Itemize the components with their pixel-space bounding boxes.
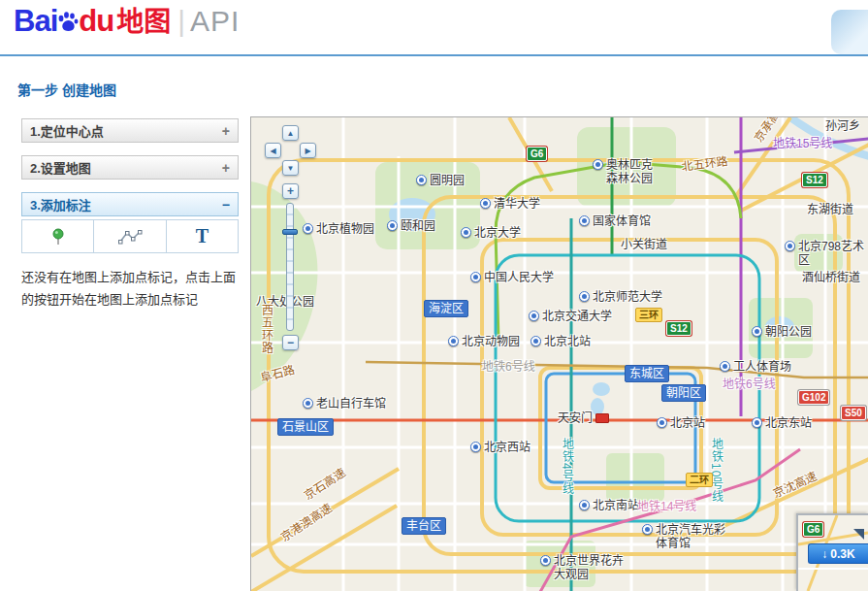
map-label-poi: 北京师范大学 bbox=[579, 290, 662, 304]
pan-up-button[interactable]: ▲ bbox=[282, 125, 299, 141]
map-label-poi: 北京汽车光彩 体育馆 bbox=[642, 523, 725, 551]
logo-du: du bbox=[79, 6, 113, 36]
map-label-poi: 奥林匹克 森林公园 bbox=[593, 158, 653, 186]
map-label-district: 朝阳区 bbox=[661, 384, 706, 402]
poi-icon bbox=[416, 175, 427, 185]
logo-bai: Bai bbox=[14, 6, 57, 36]
poi-icon bbox=[540, 555, 551, 566]
logo-api: API bbox=[190, 7, 240, 36]
download-arrow-icon: ↓ bbox=[821, 547, 827, 561]
panel-add-markers-label: 3.添加标注 bbox=[30, 195, 91, 213]
add-polyline-button[interactable] bbox=[93, 219, 166, 253]
minimap-fold-arrow-icon[interactable] bbox=[853, 529, 864, 540]
download-speed-indicator: ↓ 0.3K bbox=[808, 543, 868, 564]
poi-icon bbox=[470, 272, 481, 282]
collapse-icon[interactable]: − bbox=[222, 197, 230, 213]
zoom-slider-track[interactable] bbox=[286, 203, 294, 331]
map-labels: 孙河乡地铁15号线京承高速G6北五环路奥林匹克 森林公园S12圆明园清华大学东湖… bbox=[251, 117, 868, 591]
map-label-poi: 清华大学 bbox=[480, 197, 540, 211]
map-label-poi: 颐和园 bbox=[387, 219, 435, 233]
poi-icon bbox=[785, 241, 795, 251]
pan-down-button[interactable]: ▼ bbox=[282, 160, 299, 176]
map-label-poi: 北京大学 bbox=[461, 226, 521, 240]
pan-right-button[interactable]: ▶ bbox=[300, 143, 316, 158]
expand-icon[interactable]: + bbox=[222, 160, 230, 176]
map-label-badge-r: S50 bbox=[841, 406, 866, 420]
poi-icon bbox=[529, 311, 539, 321]
poi-icon bbox=[387, 220, 398, 231]
map-label-district: 海淀区 bbox=[424, 300, 468, 317]
map-label-poi: 北京西站 bbox=[470, 441, 530, 454]
map-label-badge-y: 二环 bbox=[686, 473, 713, 487]
header: Bai du 地图 | API bbox=[0, 0, 868, 56]
map-label-district: 东城区 bbox=[625, 365, 669, 382]
map-label-badge-r: G102 bbox=[798, 390, 829, 405]
map-label-poi: 国家体育馆 bbox=[579, 214, 651, 228]
marker-toolbar: T bbox=[21, 219, 239, 253]
map-label-poi: 北京动物园 bbox=[448, 335, 520, 348]
zoom-slider-thumb[interactable] bbox=[282, 229, 298, 235]
map-navigation-control: ▲ ◀ ▶ ▼ + − bbox=[263, 125, 321, 362]
map-label-metro: 地铁6号线 bbox=[482, 360, 535, 374]
map-label-metro: 地铁14号线 bbox=[637, 500, 696, 513]
download-speed-value: 0.3K bbox=[830, 547, 854, 561]
panel-locate-center[interactable]: 1.定位中心点 + bbox=[21, 118, 239, 143]
map-label-road: 京沈高速 bbox=[771, 469, 820, 501]
poi-icon bbox=[657, 417, 667, 428]
map-label-poi: 北京交通大学 bbox=[529, 310, 612, 323]
map-label-road: 京港澳高速 bbox=[278, 501, 335, 544]
map-label-road: 京石高速 bbox=[302, 466, 348, 503]
map-label-badge-g: S12 bbox=[802, 173, 827, 187]
map-label-poi: 北京东站 bbox=[752, 416, 812, 430]
polyline-icon bbox=[117, 229, 143, 245]
map-label-poi: 老山自行车馆 bbox=[303, 397, 386, 410]
add-text-label-button[interactable]: T bbox=[166, 219, 239, 253]
zoom-in-button[interactable]: + bbox=[282, 183, 299, 199]
zoom-out-button[interactable]: − bbox=[282, 335, 299, 350]
map-label-town: 酒仙桥街道 bbox=[802, 271, 860, 284]
poi-icon bbox=[579, 500, 590, 510]
baidu-logo[interactable]: Bai du 地图 | API bbox=[14, 6, 240, 36]
map-label-town: 孙河乡 bbox=[825, 119, 860, 133]
map-label-district: 石景山区 bbox=[277, 418, 334, 436]
marker-hint-text: 还没有在地图上添加点标记，点击上面的按钮开始在地图上添加点标记 bbox=[21, 267, 239, 312]
map-label-metro: 地铁6号线 bbox=[723, 378, 776, 391]
map-label-metro: 地铁4号线 bbox=[560, 438, 573, 496]
map-label-town: 小关街道 bbox=[621, 238, 667, 251]
map-canvas[interactable]: 孙河乡地铁15号线京承高速G6北五环路奥林匹克 森林公园S12圆明园清华大学东湖… bbox=[250, 116, 868, 591]
map-label-poi: 北京站 bbox=[657, 416, 705, 430]
map-label-metro: 地铁10号线 bbox=[709, 438, 723, 503]
panel-add-markers[interactable]: 3.添加标注 − bbox=[21, 192, 239, 216]
logo-divider: | bbox=[177, 7, 185, 36]
map-label-metro: 地铁15号线 bbox=[773, 137, 832, 150]
poi-icon bbox=[470, 442, 481, 452]
add-point-marker-button[interactable] bbox=[21, 219, 94, 253]
panel-map-settings-label: 2.设置地图 bbox=[30, 158, 91, 177]
poi-icon bbox=[720, 361, 730, 372]
panel-map-settings[interactable]: 2.设置地图 + bbox=[21, 155, 239, 180]
poi-icon bbox=[752, 326, 762, 337]
map-label-poi: 北京世界花卉 大观园 bbox=[540, 554, 624, 582]
poi-icon bbox=[579, 215, 590, 226]
map-label-town: 东湖街道 bbox=[807, 203, 853, 216]
page-title: 第一步 创建地图 bbox=[17, 80, 116, 99]
sidebar: 1.定位中心点 + 2.设置地图 + 3.添加标注 − T bbox=[21, 118, 239, 312]
expand-icon[interactable]: + bbox=[222, 123, 230, 139]
logo-product: 地图 bbox=[116, 8, 171, 36]
poi-icon bbox=[480, 198, 491, 209]
poi-icon bbox=[448, 336, 459, 346]
minimap-road-badge: G6 bbox=[803, 522, 823, 537]
map-label-poi: 北京北站 bbox=[530, 335, 591, 348]
poi-icon bbox=[303, 398, 313, 409]
baidu-paw-icon bbox=[56, 11, 80, 34]
map-label-road: 北五环路 bbox=[681, 154, 728, 174]
map-label-poi: 圆明园 bbox=[416, 174, 465, 187]
pin-icon bbox=[51, 228, 65, 246]
poi-icon bbox=[593, 159, 603, 170]
poi-icon bbox=[530, 336, 541, 346]
map-label-poi-red: 天安门 bbox=[558, 411, 609, 425]
map-label-district: 丰台区 bbox=[402, 517, 446, 535]
poi-icon bbox=[752, 417, 762, 428]
pan-left-button[interactable]: ◀ bbox=[265, 143, 281, 158]
text-tool-icon: T bbox=[196, 225, 209, 247]
